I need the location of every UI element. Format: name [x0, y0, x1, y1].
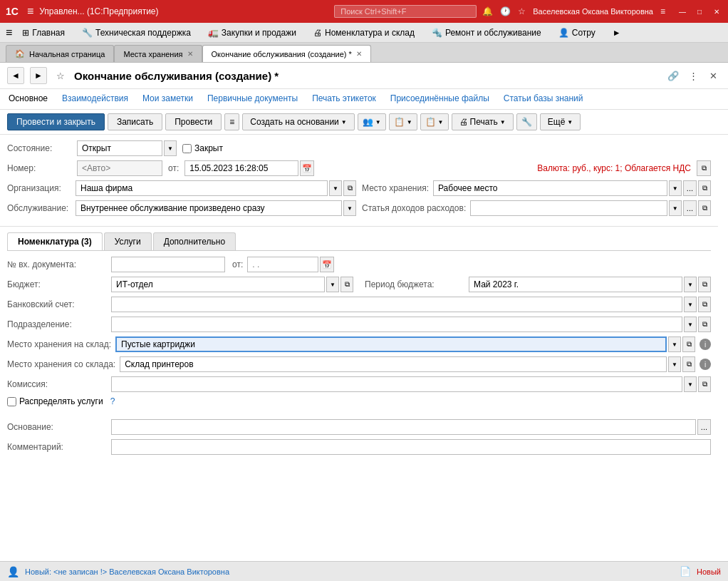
income-input[interactable] [470, 200, 667, 216]
basis-ellipsis-button[interactable]: ... [697, 419, 711, 435]
income-copy-button[interactable]: ⧉ [698, 200, 711, 216]
hamburger-menu-icon[interactable]: ≡ [27, 5, 33, 18]
save-button[interactable]: Записать [108, 113, 162, 130]
group-button-2[interactable]: 📋▼ [389, 113, 417, 130]
org-copy-button[interactable]: ⧉ [343, 180, 356, 196]
section-tab-services[interactable]: Услуги [104, 232, 152, 250]
storage-on-copy-button[interactable]: ⧉ [682, 336, 695, 352]
storage-on-input[interactable] [115, 336, 667, 352]
currency-info[interactable]: Валюта: руб., курс: 1; Облагается НДС [537, 163, 691, 173]
menu-item-nomenclature[interactable]: 🖨 Номенклатура и склад [306, 25, 422, 41]
status-user-text[interactable]: Новый: <не записан !> Васелевская Оксана… [25, 567, 229, 576]
tab-storage[interactable]: Места хранения ✕ [114, 45, 202, 62]
income-ellipsis-button[interactable]: ... [683, 200, 697, 216]
search-input[interactable] [334, 5, 477, 18]
link-icon[interactable]: 🔗 [665, 68, 681, 83]
org-input[interactable] [76, 180, 328, 196]
budget-input[interactable] [111, 277, 325, 292]
doc-tab-primary-docs[interactable]: Первичные документы [206, 91, 299, 108]
status-input[interactable] [77, 140, 162, 156]
menu-item-repair[interactable]: 🔩 Ремонт и обслуживание [425, 25, 548, 41]
doc-tab-basic[interactable]: Основное [7, 91, 49, 108]
doc-tab-notes[interactable]: Мои заметки [141, 91, 194, 108]
service-input[interactable] [76, 200, 342, 216]
close-button[interactable]: ✕ [711, 6, 722, 17]
list-button[interactable]: ≡ [224, 113, 239, 130]
doc-tab-print-labels[interactable]: Печать этикеток [311, 91, 378, 108]
subdivision-copy-button[interactable]: ⧉ [698, 317, 711, 332]
tab-home[interactable]: 🏠 Начальная страница [6, 45, 114, 62]
bank-account-copy-button[interactable]: ⧉ [698, 297, 711, 312]
budget-period-copy-button[interactable]: ⧉ [698, 277, 711, 292]
doc-close-icon[interactable]: ✕ [705, 68, 721, 83]
storage-from-input[interactable] [120, 356, 667, 372]
menu-more-button[interactable]: ► [605, 25, 628, 41]
bank-account-input[interactable] [111, 297, 682, 312]
doc-tab-attached-files[interactable]: Присоединённые файлы [389, 91, 491, 108]
storage-dropdown-button[interactable]: ▼ [669, 180, 682, 196]
budget-period-dropdown-button[interactable]: ▼ [684, 277, 697, 292]
in-doc-date-input[interactable] [247, 257, 318, 272]
tab-service-end-close-icon[interactable]: ✕ [356, 50, 362, 58]
group-button-3[interactable]: 📋▼ [420, 113, 449, 130]
doc-tab-knowledge[interactable]: Статьи базы знаний [502, 91, 585, 108]
service-dropdown-button[interactable]: ▼ [343, 200, 356, 216]
storage-from-copy-button[interactable]: ⧉ [682, 356, 695, 372]
menu-hamburger-icon[interactable]: ≡ [6, 26, 12, 39]
maximize-button[interactable]: □ [694, 6, 705, 17]
favorite-icon[interactable]: ☆ [518, 6, 526, 16]
storage-from-info-icon[interactable]: i [700, 359, 711, 370]
closed-checkbox-label[interactable]: Закрыт [182, 143, 223, 153]
menu-item-employees[interactable]: 👤 Сотру [551, 25, 603, 41]
subdivision-input[interactable] [111, 317, 682, 332]
tool-button[interactable]: 🔧 [516, 113, 537, 130]
storage-on-dropdown-button[interactable]: ▼ [668, 336, 681, 352]
commission-dropdown-button[interactable]: ▼ [684, 376, 697, 392]
section-tab-nomenclature[interactable]: Номенклатура (3) [7, 232, 103, 250]
tab-storage-close-icon[interactable]: ✕ [187, 50, 193, 58]
save-close-button[interactable]: Провести и закрыть [7, 113, 105, 130]
date-input[interactable] [184, 160, 298, 176]
print-button[interactable]: 🖨 Печать ▼ [452, 113, 514, 130]
section-tab-additional[interactable]: Дополнительно [153, 232, 236, 250]
forward-button[interactable]: ► [30, 67, 47, 84]
storage-ellipsis-button[interactable]: ... [683, 180, 697, 196]
in-doc-num-input[interactable] [111, 257, 225, 272]
more-options-icon[interactable]: ⋮ [685, 68, 701, 83]
more-button[interactable]: Ещё ▼ [540, 113, 581, 130]
number-input[interactable] [77, 160, 162, 176]
in-doc-calendar-icon[interactable]: 📅 [320, 257, 334, 272]
notification-icon[interactable]: 🔔 [482, 6, 493, 16]
closed-checkbox[interactable] [182, 144, 192, 153]
minimize-button[interactable]: — [677, 6, 688, 17]
status-dropdown-button[interactable]: ▼ [164, 140, 177, 156]
distribute-help-icon[interactable]: ? [110, 396, 115, 406]
history-icon[interactable]: 🕐 [500, 6, 511, 16]
basis-input[interactable] [111, 419, 696, 435]
budget-period-input[interactable] [469, 277, 682, 292]
storage-on-info-icon[interactable]: i [700, 339, 711, 350]
tab-service-end[interactable]: Окончание обслуживания (создание) * ✕ [202, 45, 371, 62]
storage-copy-button[interactable]: ⧉ [698, 180, 711, 196]
comment-input[interactable] [111, 439, 711, 455]
bookmark-icon[interactable]: ☆ [53, 68, 68, 83]
back-button[interactable]: ◄ [7, 67, 24, 84]
menu-item-purchases[interactable]: 🚛 Закупки и продажи [201, 25, 303, 41]
post-button[interactable]: Провести [165, 113, 222, 130]
menu-item-support[interactable]: 🔧 Техническая поддержка [75, 25, 198, 41]
group-button-1[interactable]: 👥▼ [358, 113, 386, 130]
currency-copy-button[interactable]: ⧉ [697, 160, 711, 176]
menu-icon[interactable]: ≡ [660, 6, 665, 16]
budget-copy-button[interactable]: ⧉ [340, 277, 353, 292]
create-based-button[interactable]: Создать на основании ▼ [242, 113, 354, 130]
income-dropdown-button[interactable]: ▼ [669, 200, 682, 216]
commission-copy-button[interactable]: ⧉ [698, 376, 711, 392]
subdivision-dropdown-button[interactable]: ▼ [684, 317, 697, 332]
budget-dropdown-button[interactable]: ▼ [326, 277, 339, 292]
storage-input[interactable] [433, 180, 667, 196]
calendar-icon[interactable]: 📅 [300, 160, 314, 176]
commission-input[interactable] [111, 376, 682, 392]
storage-from-dropdown-button[interactable]: ▼ [668, 356, 681, 372]
distribute-checkbox[interactable] [7, 397, 16, 406]
bank-account-dropdown-button[interactable]: ▼ [684, 297, 697, 312]
